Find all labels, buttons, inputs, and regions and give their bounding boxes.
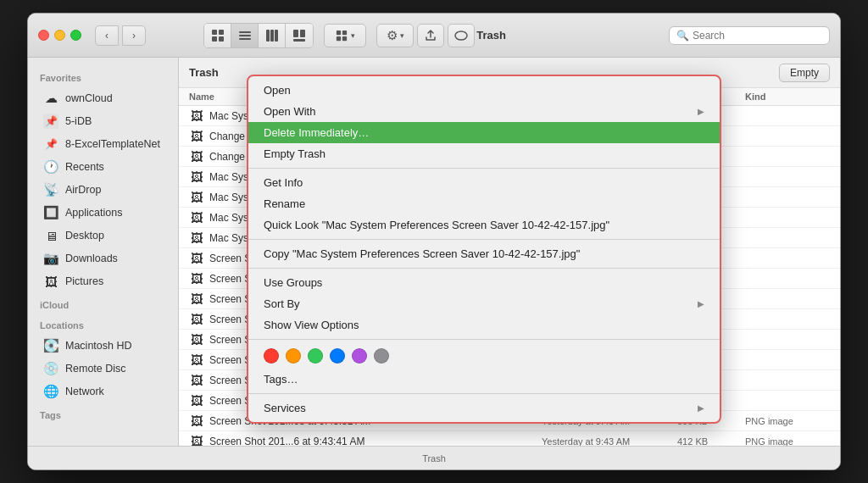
share-button[interactable]: [417, 24, 444, 47]
recents-icon: 🕐: [43, 159, 58, 175]
menu-item-get-info[interactable]: Get Info: [248, 172, 720, 193]
nav-buttons: ‹ ›: [95, 25, 146, 46]
menu-item-empty-trash[interactable]: Empty Trash: [248, 143, 720, 164]
menu-item-delete-label: Delete Immediately…: [264, 126, 369, 139]
sidebar-item-label: Network: [65, 386, 104, 397]
close-button[interactable]: [38, 30, 49, 41]
sidebar-item-excel[interactable]: 📌 8-ExcelTemplateNet: [31, 133, 175, 155]
menu-item-rename[interactable]: Rename: [248, 193, 720, 214]
menu-item-services[interactable]: Services ▶: [248, 397, 720, 419]
menu-item-rename-label: Rename: [264, 197, 305, 210]
finder-window: ‹ › Trash: [27, 13, 841, 470]
svg-rect-7: [266, 30, 270, 42]
downloads-icon: 📷: [43, 251, 58, 266]
sidebar-item-network[interactable]: 🌐 Network: [31, 380, 175, 402]
gallery-view-button[interactable]: [286, 24, 313, 47]
tag-orange[interactable]: [286, 348, 301, 364]
tags-color-row: [248, 343, 720, 369]
tag-gray[interactable]: [374, 348, 389, 364]
sidebar-item-label: Macintosh HD: [65, 340, 132, 352]
network-icon: 🌐: [43, 384, 58, 399]
menu-item-show-view-options-label: Show View Options: [264, 319, 359, 331]
sidebar-item-label: Recents: [65, 161, 104, 173]
menu-item-open-with[interactable]: Open With ▶: [248, 101, 720, 122]
sidebar-item-applications[interactable]: 🔲 Applications: [31, 202, 175, 224]
menu-item-open-label: Open: [264, 84, 291, 97]
sidebar-section-locations: Locations: [28, 314, 178, 334]
menu-item-show-view-options[interactable]: Show View Options: [248, 314, 720, 336]
list-view-button[interactable]: [231, 24, 259, 47]
sidebar-item-label: Pictures: [65, 275, 103, 287]
svg-rect-3: [219, 36, 224, 42]
menu-item-sort-by[interactable]: Sort By ▶: [248, 293, 720, 314]
5idb-icon: 📌: [43, 114, 58, 129]
separator-5: [248, 393, 720, 394]
back-button[interactable]: ‹: [95, 25, 119, 46]
sidebar-item-remote-disc[interactable]: 💿 Remote Disc: [31, 358, 175, 380]
sidebar-section-favorites: Favorites: [28, 66, 178, 86]
sidebar-section-tags: Tags: [28, 403, 178, 424]
sidebar-item-desktop[interactable]: 🖥 Desktop: [31, 225, 175, 247]
sidebar-item-owncloud[interactable]: ☁ ownCloud: [31, 87, 175, 109]
sidebar-item-label: ownCloud: [65, 92, 113, 104]
context-menu: Open Open With ▶ Delete Immediately… Emp…: [247, 75, 721, 424]
menu-item-tags-label: Tags…: [264, 373, 298, 386]
svg-rect-4: [239, 31, 251, 33]
column-view-button[interactable]: [259, 24, 286, 47]
svg-rect-2: [212, 36, 217, 42]
svg-rect-5: [239, 35, 251, 36]
view-mode-group: [203, 23, 314, 48]
svg-rect-12: [293, 39, 305, 42]
tag-button[interactable]: [448, 24, 475, 47]
separator-1: [248, 168, 720, 169]
menu-item-open[interactable]: Open: [248, 80, 720, 101]
svg-rect-13: [336, 30, 340, 34]
window-title: Trash: [476, 29, 506, 42]
menu-item-services-label: Services: [264, 402, 306, 414]
forward-button[interactable]: ›: [122, 25, 146, 46]
excel-icon: 📌: [43, 136, 58, 152]
svg-rect-14: [342, 30, 346, 34]
desktop-icon: 🖥: [43, 228, 58, 243]
menu-item-tags[interactable]: Tags…: [248, 369, 720, 390]
menu-item-get-info-label: Get Info: [264, 176, 303, 189]
svg-rect-8: [270, 30, 274, 42]
sidebar-item-5idb[interactable]: 📌 5-iDB: [31, 110, 175, 132]
sort-by-arrow: ▶: [698, 299, 704, 308]
menu-item-quick-look[interactable]: Quick Look "Mac System Preferences Scree…: [248, 214, 720, 236]
separator-2: [248, 239, 720, 240]
menu-item-open-with-label: Open With: [264, 105, 315, 118]
sidebar-item-label: Desktop: [65, 230, 104, 242]
sidebar-item-label: 8-ExcelTemplateNet: [65, 138, 160, 150]
menu-item-copy[interactable]: Copy "Mac System Preferences Screen Save…: [248, 243, 720, 264]
arrange-dropdown-button[interactable]: ▾: [324, 24, 366, 47]
owncloud-icon: ☁: [43, 91, 58, 106]
sidebar-item-pictures[interactable]: 🖼 Pictures: [31, 270, 175, 292]
svg-rect-11: [300, 30, 305, 37]
pictures-icon: 🖼: [43, 274, 58, 289]
sidebar-item-macintosh-hd[interactable]: 💽 Macintosh HD: [31, 335, 175, 357]
svg-rect-16: [342, 36, 346, 40]
tag-red[interactable]: [264, 348, 279, 364]
icon-view-button[interactable]: [204, 24, 231, 47]
menu-item-delete-immediately[interactable]: Delete Immediately…: [248, 122, 720, 143]
tag-purple[interactable]: [352, 348, 367, 364]
menu-item-empty-trash-label: Empty Trash: [264, 147, 326, 160]
sidebar-item-recents[interactable]: 🕐 Recents: [31, 156, 175, 178]
separator-4: [248, 339, 720, 340]
sidebar-item-airdrop[interactable]: 📡 AirDrop: [31, 179, 175, 201]
search-input[interactable]: [693, 30, 822, 42]
menu-item-use-groups[interactable]: Use Groups: [248, 272, 720, 293]
tag-green[interactable]: [308, 348, 323, 364]
minimize-button[interactable]: [54, 30, 65, 41]
separator-3: [248, 268, 720, 269]
sidebar-item-downloads[interactable]: 📷 Downloads: [31, 247, 175, 269]
menu-item-quick-look-label: Quick Look "Mac System Preferences Scree…: [264, 219, 609, 231]
tag-blue[interactable]: [330, 348, 345, 364]
svg-rect-0: [212, 30, 217, 35]
action-dropdown-button[interactable]: ⚙ ▾: [376, 24, 414, 47]
menu-item-use-groups-label: Use Groups: [264, 276, 322, 289]
bottom-bar-label: Trash: [422, 453, 446, 464]
zoom-button[interactable]: [70, 30, 81, 41]
sidebar-item-label: Downloads: [65, 253, 118, 264]
